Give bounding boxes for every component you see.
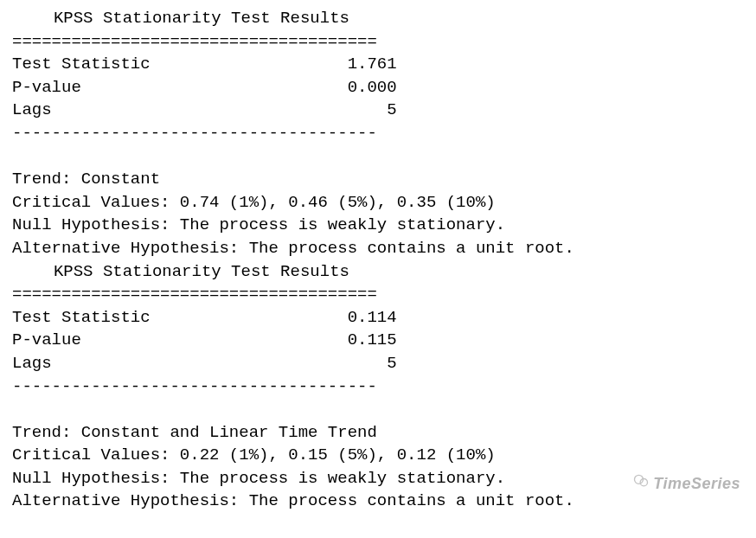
null-hypothesis-2: Null Hypothesis: The process is weakly s… — [12, 467, 744, 490]
stat-label: Test Statistic — [12, 306, 229, 330]
blank-line-2 — [12, 398, 744, 421]
kpss-title-1: KPSS Stationarity Test Results — [12, 7, 744, 30]
stat-value: 0.115 — [229, 329, 397, 352]
separator-eq-1: ===================================== — [12, 30, 744, 54]
stat-label: P-value — [12, 329, 229, 352]
kpss-title-2: KPSS Stationarity Test Results — [12, 260, 744, 284]
stat-row-lags-1: Lags 5 — [12, 99, 744, 122]
stat-label: Lags — [12, 352, 229, 375]
stat-label: Lags — [12, 99, 229, 122]
critical-values-1: Critical Values: 0.74 (1%), 0.46 (5%), 0… — [12, 191, 744, 215]
null-hypothesis-1: Null Hypothesis: The process is weakly s… — [12, 214, 744, 237]
alt-hypothesis-2: Alternative Hypothesis: The process cont… — [12, 490, 744, 513]
separator-eq-2: ===================================== — [12, 283, 744, 306]
stat-label: Test Statistic — [12, 53, 229, 76]
stat-value: 5 — [229, 352, 397, 375]
stat-row-p-value-2: P-value 0.115 — [12, 329, 744, 352]
stat-value: 5 — [229, 99, 397, 122]
blank-line-1 — [12, 145, 744, 169]
separator-dash-2: ------------------------------------- — [12, 375, 744, 399]
stat-value: 0.114 — [229, 306, 397, 330]
critical-values-2: Critical Values: 0.22 (1%), 0.15 (5%), 0… — [12, 444, 744, 467]
alt-hypothesis-1: Alternative Hypothesis: The process cont… — [12, 237, 744, 260]
stat-value: 0.000 — [229, 76, 397, 99]
stat-value: 1.761 — [229, 53, 397, 76]
stat-row-lags-2: Lags 5 — [12, 352, 744, 375]
trend-line-1: Trend: Constant — [12, 168, 744, 191]
stat-row-test-statistic-2: Test Statistic 0.114 — [12, 306, 744, 330]
trend-line-2: Trend: Constant and Linear Time Trend — [12, 421, 744, 445]
stat-row-p-value-1: P-value 0.000 — [12, 76, 744, 99]
stat-row-test-statistic-1: Test Statistic 1.761 — [12, 53, 744, 76]
separator-dash-1: ------------------------------------- — [12, 122, 744, 145]
stat-label: P-value — [12, 76, 229, 99]
